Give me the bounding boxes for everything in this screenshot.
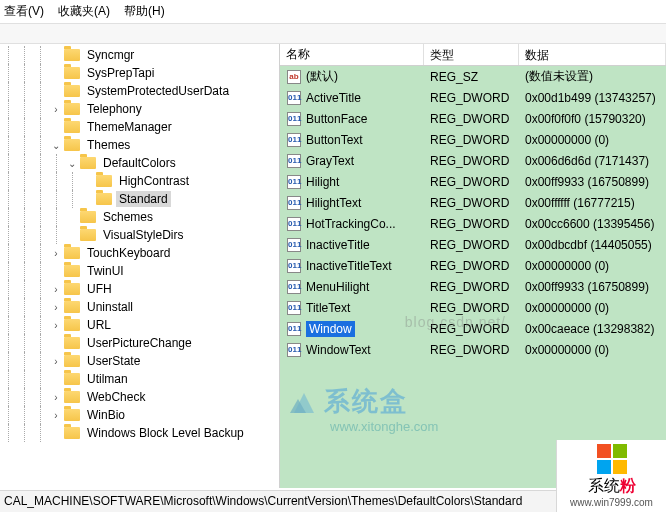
value-row[interactable]: 011ButtonFaceREG_DWORD0x00f0f0f0 (157903… xyxy=(280,108,666,129)
value-row[interactable]: 011MenuHilightREG_DWORD0x00ff9933 (16750… xyxy=(280,276,666,297)
value-type: REG_DWORD xyxy=(424,91,519,105)
tree-label: TwinUI xyxy=(84,263,127,279)
folder-icon xyxy=(64,265,80,277)
value-name: InactiveTitleText xyxy=(306,259,392,273)
value-data: 0x00caeace (13298382) xyxy=(519,322,666,336)
tree-item-touchkeyboard[interactable]: ›TouchKeyboard xyxy=(0,244,279,262)
binary-value-icon: 011 xyxy=(286,174,302,190)
chevron-right-icon[interactable]: › xyxy=(48,317,64,333)
menu-help[interactable]: 帮助(H) xyxy=(124,3,165,20)
tree-label: Schemes xyxy=(100,209,156,225)
tree-item-telephony[interactable]: ›Telephony xyxy=(0,100,279,118)
folder-icon xyxy=(80,211,96,223)
string-value-icon: ab xyxy=(286,69,302,85)
menu-view[interactable]: 查看(V) xyxy=(4,3,44,20)
tree-label: WinBio xyxy=(84,407,128,423)
chevron-right-icon[interactable]: › xyxy=(48,407,64,423)
value-row[interactable]: 011WindowTextREG_DWORD0x00000000 (0) xyxy=(280,339,666,360)
value-row[interactable]: 011HilightTextREG_DWORD0x00ffffff (16777… xyxy=(280,192,666,213)
tree-item-highcontrast[interactable]: HighContrast xyxy=(0,172,279,190)
tree-item-standard[interactable]: Standard xyxy=(0,190,279,208)
chevron-down-icon[interactable]: ⌄ xyxy=(48,137,64,153)
tree-item-themes[interactable]: ⌄Themes xyxy=(0,136,279,154)
tree-item-systemprotecteduserdata[interactable]: SystemProtectedUserData xyxy=(0,82,279,100)
svg-marker-1 xyxy=(290,399,306,413)
value-data: 0x00ff9933 (16750899) xyxy=(519,280,666,294)
col-data[interactable]: 数据 xyxy=(519,44,666,65)
value-type: REG_DWORD xyxy=(424,112,519,126)
folder-icon xyxy=(64,85,80,97)
value-row[interactable]: 011TitleTextREG_DWORD0x00000000 (0) xyxy=(280,297,666,318)
col-name[interactable]: 名称 xyxy=(280,44,424,65)
value-row[interactable]: 011HilightREG_DWORD0x00ff9933 (16750899) xyxy=(280,171,666,192)
tree-item-syspreptapi[interactable]: SysPrepTapi xyxy=(0,64,279,82)
value-row[interactable]: 011InactiveTitleTextREG_DWORD0x00000000 … xyxy=(280,255,666,276)
chevron-right-icon[interactable]: › xyxy=(48,299,64,315)
folder-icon xyxy=(64,139,80,151)
folder-icon xyxy=(64,67,80,79)
tree-label: Utilman xyxy=(84,371,131,387)
spacer-icon xyxy=(48,335,64,351)
column-headers: 名称 类型 数据 xyxy=(280,44,666,66)
main-panes: SyncmgrSysPrepTapiSystemProtectedUserDat… xyxy=(0,44,666,488)
tree-item-schemes[interactable]: Schemes xyxy=(0,208,279,226)
value-row[interactable]: 011GrayTextREG_DWORD0x006d6d6d (7171437) xyxy=(280,150,666,171)
chevron-down-icon[interactable]: ⌄ xyxy=(64,155,80,171)
tree-item-utilman[interactable]: Utilman xyxy=(0,370,279,388)
tree-item-userpicturechange[interactable]: UserPictureChange xyxy=(0,334,279,352)
tree-item-winbio[interactable]: ›WinBio xyxy=(0,406,279,424)
svg-marker-0 xyxy=(294,393,314,413)
value-row[interactable]: ab(默认)REG_SZ(数值未设置) xyxy=(280,66,666,87)
folder-icon xyxy=(64,283,80,295)
tree-item-windows-block-level-backup[interactable]: Windows Block Level Backup xyxy=(0,424,279,442)
tree-label: Uninstall xyxy=(84,299,136,315)
value-row[interactable]: 011WindowREG_DWORD0x00caeace (13298382) xyxy=(280,318,666,339)
value-row[interactable]: 011HotTrackingCo...REG_DWORD0x00cc6600 (… xyxy=(280,213,666,234)
folder-icon xyxy=(64,427,80,439)
value-type: REG_DWORD xyxy=(424,217,519,231)
tree-item-url[interactable]: ›URL xyxy=(0,316,279,334)
folder-icon xyxy=(64,301,80,313)
spacer-icon xyxy=(80,191,96,207)
tree-item-thememanager[interactable]: ThemeManager xyxy=(0,118,279,136)
value-name: Window xyxy=(306,321,355,337)
value-row[interactable]: 011ActiveTitleREG_DWORD0x00d1b499 (13743… xyxy=(280,87,666,108)
tree-item-syncmgr[interactable]: Syncmgr xyxy=(0,46,279,64)
tree-item-twinui[interactable]: TwinUI xyxy=(0,262,279,280)
binary-value-icon: 011 xyxy=(286,342,302,358)
spacer-icon xyxy=(80,173,96,189)
chevron-right-icon[interactable]: › xyxy=(48,101,64,117)
value-name: InactiveTitle xyxy=(306,238,370,252)
value-name: Hilight xyxy=(306,175,339,189)
tree-item-webcheck[interactable]: ›WebCheck xyxy=(0,388,279,406)
folder-icon xyxy=(64,373,80,385)
tree-label: ThemeManager xyxy=(84,119,175,135)
tree-pane[interactable]: SyncmgrSysPrepTapiSystemProtectedUserDat… xyxy=(0,44,280,488)
corner-badge: 系统粉 www.win7999.com xyxy=(556,440,666,512)
tree-label: Telephony xyxy=(84,101,145,117)
tree-item-ufh[interactable]: ›UFH xyxy=(0,280,279,298)
value-row[interactable]: 011ButtonTextREG_DWORD0x00000000 (0) xyxy=(280,129,666,150)
value-row[interactable]: 011InactiveTitleREG_DWORD0x00dbcdbf (144… xyxy=(280,234,666,255)
chevron-right-icon[interactable]: › xyxy=(48,389,64,405)
chevron-right-icon[interactable]: › xyxy=(48,353,64,369)
value-type: REG_DWORD xyxy=(424,175,519,189)
tree-item-uninstall[interactable]: ›Uninstall xyxy=(0,298,279,316)
col-type[interactable]: 类型 xyxy=(424,44,519,65)
spacer-icon xyxy=(48,83,64,99)
tree-item-visualstyledirs[interactable]: VisualStyleDirs xyxy=(0,226,279,244)
chevron-right-icon[interactable]: › xyxy=(48,245,64,261)
value-data: 0x00d1b499 (13743257) xyxy=(519,91,666,105)
menu-favorites[interactable]: 收藏夹(A) xyxy=(58,3,110,20)
tree-label: DefaultColors xyxy=(100,155,179,171)
tree-item-userstate[interactable]: ›UserState xyxy=(0,352,279,370)
tree-item-defaultcolors[interactable]: ⌄DefaultColors xyxy=(0,154,279,172)
chevron-right-icon[interactable]: › xyxy=(48,281,64,297)
spacer-icon xyxy=(64,209,80,225)
value-name: ButtonFace xyxy=(306,112,367,126)
values-pane[interactable]: 名称 类型 数据 ab(默认)REG_SZ(数值未设置)011ActiveTit… xyxy=(280,44,666,488)
watermark-xitonghe: 系统盒 www.xitonghe.com xyxy=(290,384,438,434)
value-type: REG_DWORD xyxy=(424,280,519,294)
folder-icon xyxy=(64,355,80,367)
value-name: MenuHilight xyxy=(306,280,369,294)
